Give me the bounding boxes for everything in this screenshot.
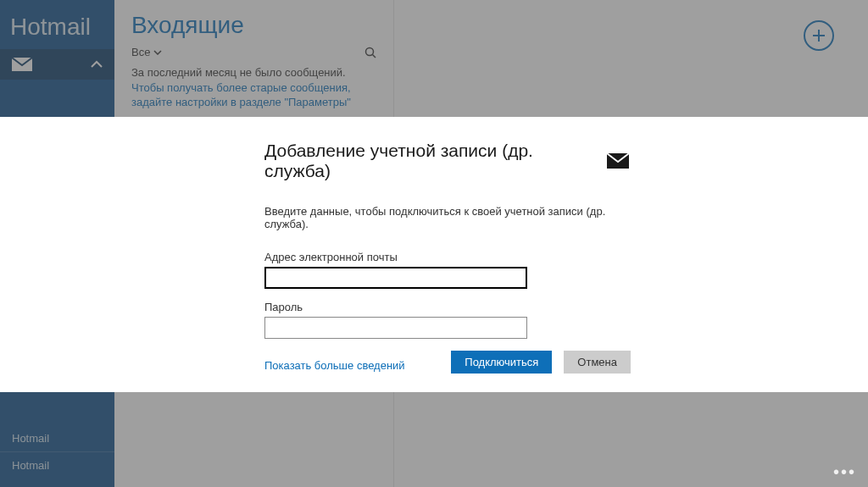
more-options-icon[interactable]: ••• bbox=[833, 462, 856, 482]
connect-button[interactable]: Подключиться bbox=[451, 351, 552, 374]
password-label: Пароль bbox=[264, 301, 629, 313]
password-field[interactable] bbox=[264, 317, 527, 339]
add-account-dialog: Добавление учетной записи (др. служба) В… bbox=[0, 117, 868, 392]
dialog-title: Добавление учетной записи (др. служба) bbox=[264, 141, 590, 181]
email-label: Адрес электронной почты bbox=[264, 251, 629, 263]
show-more-link[interactable]: Показать больше сведений bbox=[264, 359, 405, 372]
cancel-button[interactable]: Отмена bbox=[564, 351, 631, 374]
dialog-instructions: Введите данные, чтобы подключиться к сво… bbox=[264, 205, 629, 230]
mail-icon bbox=[607, 153, 629, 169]
email-field[interactable] bbox=[264, 267, 527, 289]
